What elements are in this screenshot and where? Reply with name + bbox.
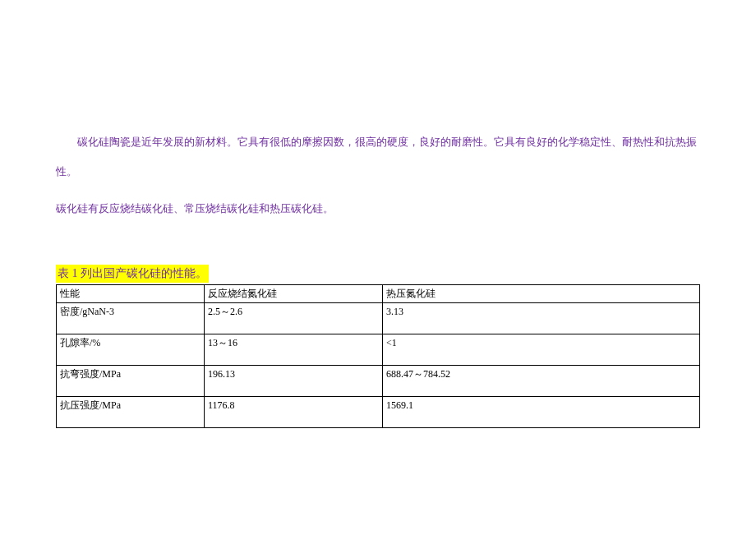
col-header-reaction: 反应烧结氮化硅 bbox=[205, 285, 383, 303]
table-row: 抗弯强度/MPa 196.13 688.47～784.52 bbox=[57, 366, 700, 397]
cell-reaction: 13～16 bbox=[205, 334, 383, 366]
cell-property: 密度/gNaN-3 bbox=[57, 303, 205, 334]
cell-property: 孔隙率/% bbox=[57, 334, 205, 366]
table-row: 孔隙率/% 13～16 <1 bbox=[57, 334, 700, 366]
paragraph-1: 碳化硅陶瓷是近年发展的新材料。它具有很低的摩擦因数，很高的硬度，良好的耐磨性。它… bbox=[56, 127, 700, 187]
table-caption: 表 1 列出国产碳化硅的性能。 bbox=[56, 265, 209, 283]
table-header-row: 性能 反应烧结氮化硅 热压氮化硅 bbox=[57, 285, 700, 303]
cell-hotpress: <1 bbox=[383, 334, 700, 366]
properties-table: 性能 反应烧结氮化硅 热压氮化硅 密度/gNaN-3 2.5～2.6 3.13 … bbox=[56, 284, 700, 428]
cell-reaction: 1176.8 bbox=[205, 397, 383, 428]
table-row: 密度/gNaN-3 2.5～2.6 3.13 bbox=[57, 303, 700, 334]
cell-hotpress: 688.47～784.52 bbox=[383, 366, 700, 397]
paragraph-2: 碳化硅有反应烧结碳化硅、常压烧结碳化硅和热压碳化硅。 bbox=[56, 194, 700, 224]
document-body: 碳化硅陶瓷是近年发展的新材料。它具有很低的摩擦因数，很高的硬度，良好的耐磨性。它… bbox=[0, 0, 756, 428]
table-row: 抗压强度/MPa 1176.8 1569.1 bbox=[57, 397, 700, 428]
cell-hotpress: 1569.1 bbox=[383, 397, 700, 428]
cell-hotpress: 3.13 bbox=[383, 303, 700, 334]
cell-reaction: 2.5～2.6 bbox=[205, 303, 383, 334]
cell-reaction: 196.13 bbox=[205, 366, 383, 397]
cell-property: 抗压强度/MPa bbox=[57, 397, 205, 428]
col-header-property: 性能 bbox=[57, 285, 205, 303]
col-header-hotpress: 热压氮化硅 bbox=[383, 285, 700, 303]
cell-property: 抗弯强度/MPa bbox=[57, 366, 205, 397]
